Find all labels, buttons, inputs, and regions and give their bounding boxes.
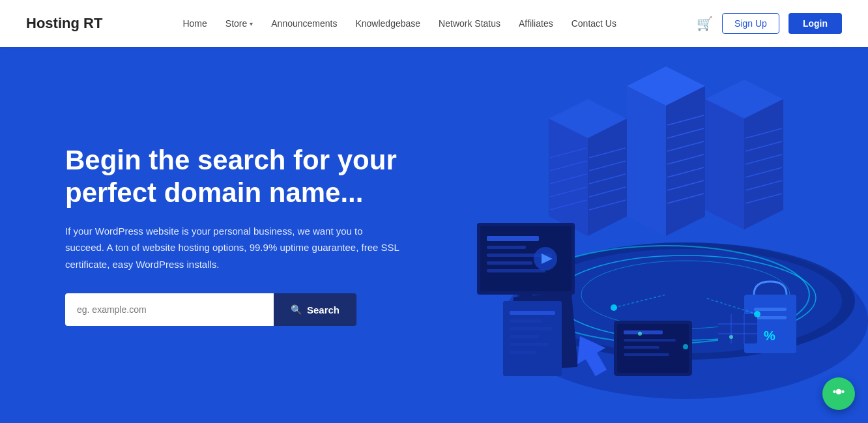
svg-point-75 xyxy=(683,344,688,349)
svg-rect-40 xyxy=(487,236,539,241)
hero-illustration: % xyxy=(412,47,868,423)
domain-search-input[interactable] xyxy=(65,293,274,326)
svg-rect-41 xyxy=(487,246,526,249)
svg-point-82 xyxy=(841,390,844,393)
svg-rect-60 xyxy=(510,311,555,315)
svg-marker-6 xyxy=(588,119,627,236)
chat-bubble[interactable] xyxy=(822,377,855,410)
store-chevron-icon: ▾ xyxy=(250,20,253,27)
nav-affiliates[interactable]: Affiliates xyxy=(519,18,553,29)
svg-rect-68 xyxy=(624,330,663,334)
svg-rect-63 xyxy=(510,335,539,338)
search-icon: 🔍 xyxy=(291,304,302,315)
svg-point-80 xyxy=(836,389,842,395)
svg-marker-7 xyxy=(549,119,588,236)
svg-rect-65 xyxy=(510,351,536,354)
svg-rect-69 xyxy=(624,339,676,342)
svg-rect-44 xyxy=(487,269,545,272)
header: Hosting RT Home Store ▾ Announcements Kn… xyxy=(0,0,868,47)
svg-marker-29 xyxy=(744,99,783,229)
svg-marker-20 xyxy=(627,86,666,236)
svg-rect-53 xyxy=(718,314,757,343)
svg-point-77 xyxy=(729,335,733,339)
svg-marker-30 xyxy=(705,99,744,229)
svg-point-81 xyxy=(833,390,835,393)
main-nav: Home Store ▾ Announcements Knowledgebase… xyxy=(182,18,616,29)
svg-rect-70 xyxy=(624,346,659,349)
cart-icon[interactable]: 🛒 xyxy=(697,16,713,31)
login-button[interactable]: Login xyxy=(788,13,842,34)
svg-rect-64 xyxy=(510,343,549,346)
svg-rect-62 xyxy=(510,327,552,330)
svg-point-76 xyxy=(638,332,642,336)
nav-home[interactable]: Home xyxy=(182,18,207,29)
hero-description: If your WordPress website is your person… xyxy=(65,223,404,273)
nav-contact-us[interactable]: Contact Us xyxy=(571,18,616,29)
svg-rect-43 xyxy=(487,261,532,265)
nav-announcements[interactable]: Announcements xyxy=(271,18,337,29)
domain-search-bar: 🔍 Search xyxy=(65,293,404,326)
logo: Hosting RT xyxy=(26,15,102,32)
nav-knowledgebase[interactable]: Knowledgebase xyxy=(355,18,420,29)
hero-section: Begin the search for your perfect domain… xyxy=(0,47,868,423)
svg-rect-71 xyxy=(624,353,669,356)
svg-text:%: % xyxy=(764,328,775,343)
signup-button[interactable]: Sign Up xyxy=(722,13,779,34)
chat-icon xyxy=(830,383,847,404)
nav-network-status[interactable]: Network Status xyxy=(439,18,500,29)
svg-rect-50 xyxy=(754,308,787,311)
search-button[interactable]: 🔍 Search xyxy=(274,293,356,326)
hero-title: Begin the search for your perfect domain… xyxy=(65,144,404,210)
svg-rect-61 xyxy=(510,319,542,323)
hero-content: Begin the search for your perfect domain… xyxy=(0,144,404,326)
nav-actions: 🛒 Sign Up Login xyxy=(697,13,842,34)
nav-store[interactable]: Store ▾ xyxy=(225,18,253,29)
svg-marker-19 xyxy=(666,86,705,236)
